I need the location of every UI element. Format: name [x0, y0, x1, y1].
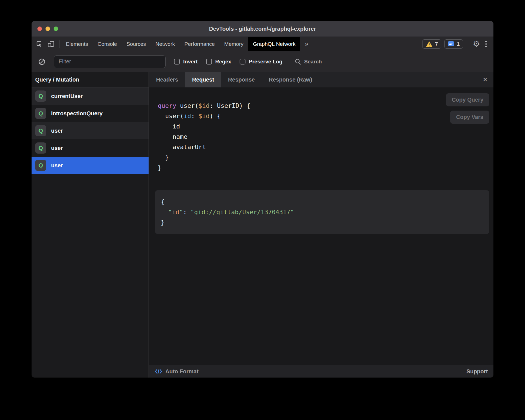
- issues-badge[interactable]: 1: [444, 39, 463, 49]
- query-row-label: user: [51, 128, 63, 134]
- copy-buttons: Copy Query Copy Vars: [446, 93, 489, 124]
- query-row-label: currentUser: [51, 93, 83, 99]
- titlebar: DevTools - gitlab.com/-/graphql-explorer: [32, 21, 493, 37]
- regex-label: Regex: [215, 59, 231, 65]
- search-label: Search: [304, 59, 322, 65]
- settings-gear-icon[interactable]: ⚙: [473, 40, 480, 48]
- query-row-label: IntrospectionQuery: [51, 110, 102, 117]
- query-row-label: user: [51, 162, 63, 169]
- detail-tab-bar: Headers Request Response Response (Raw) …: [149, 72, 493, 87]
- tab-headers[interactable]: Headers: [149, 72, 185, 87]
- toolbar-right-separator: [468, 40, 468, 48]
- maximize-window-button[interactable]: [54, 27, 58, 31]
- tab-response[interactable]: Response: [221, 72, 262, 87]
- tab-performance[interactable]: Performance: [180, 37, 219, 51]
- tab-response-raw[interactable]: Response (Raw): [262, 72, 319, 87]
- copy-query-button[interactable]: Copy Query: [446, 93, 489, 106]
- close-window-button[interactable]: [37, 27, 42, 31]
- query-row-user-2[interactable]: Q user: [32, 139, 149, 157]
- regex-checkbox[interactable]: [206, 59, 212, 65]
- query-type-badge: Q: [35, 90, 46, 102]
- graphql-query-code: query user($id: UserID) { user(id: $id) …: [158, 101, 493, 173]
- inspect-element-icon[interactable]: [36, 40, 43, 48]
- tab-memory[interactable]: Memory: [219, 37, 248, 51]
- tab-console[interactable]: Console: [93, 37, 122, 51]
- filter-input[interactable]: [54, 55, 166, 68]
- warnings-badge[interactable]: 7: [422, 39, 442, 49]
- main-split: Query / Mutation Q currentUser Q Introsp…: [32, 72, 493, 378]
- kebab-menu-icon[interactable]: [483, 41, 489, 47]
- query-row-user-3-selected[interactable]: Q user: [32, 157, 149, 174]
- more-tabs-chevron[interactable]: »: [300, 37, 313, 51]
- invert-checkbox[interactable]: [174, 59, 180, 65]
- tab-sources[interactable]: Sources: [122, 37, 151, 51]
- query-type-badge: Q: [35, 142, 46, 154]
- minimize-window-button[interactable]: [46, 27, 50, 31]
- regex-checkbox-group[interactable]: Regex: [206, 59, 231, 65]
- warning-icon: [426, 41, 433, 47]
- tab-graphql-network[interactable]: GraphQL Network: [248, 37, 300, 51]
- query-list-panel: Query / Mutation Q currentUser Q Introsp…: [32, 72, 149, 378]
- support-link[interactable]: Support: [466, 368, 488, 375]
- toolbar-separator: [59, 40, 59, 48]
- query-row-currentuser[interactable]: Q currentUser: [32, 87, 149, 105]
- search-icon: [295, 58, 301, 65]
- auto-format-label: Auto Format: [165, 368, 199, 375]
- variables-code: { "id": "gid://gitlab/User/13704317"}: [161, 197, 484, 228]
- query-row-label: user: [51, 145, 63, 151]
- main-toolbar: Elements Console Sources Network Perform…: [32, 37, 493, 51]
- detail-panel: Headers Request Response Response (Raw) …: [149, 72, 493, 378]
- filter-bar: Invert Regex Preserve Log Search: [32, 51, 493, 72]
- auto-format-toggle[interactable]: Auto Format: [155, 368, 199, 375]
- traffic-lights: [37, 21, 58, 37]
- query-row-user-1[interactable]: Q user: [32, 122, 149, 139]
- issues-count: 1: [457, 41, 460, 47]
- query-type-badge: Q: [35, 160, 46, 171]
- close-detail-icon[interactable]: ✕: [477, 72, 493, 87]
- devtools-window: DevTools - gitlab.com/-/graphql-explorer: [32, 21, 493, 378]
- code-brackets-icon: [155, 368, 162, 374]
- message-icon: [448, 41, 454, 47]
- invert-checkbox-group[interactable]: Invert: [174, 59, 198, 65]
- query-type-badge: Q: [35, 108, 46, 119]
- query-row-introspectionquery[interactable]: Q IntrospectionQuery: [32, 105, 149, 122]
- screen: DevTools - gitlab.com/-/graphql-explorer: [0, 0, 525, 420]
- tab-elements[interactable]: Elements: [61, 37, 93, 51]
- variables-box: { "id": "gid://gitlab/User/13704317"}: [155, 190, 489, 234]
- search-control[interactable]: Search: [295, 58, 322, 65]
- clear-icon[interactable]: [38, 58, 46, 65]
- preserve-log-checkbox[interactable]: [240, 59, 245, 65]
- toolbar-right: 7 1 ⚙: [422, 37, 493, 51]
- invert-label: Invert: [183, 59, 198, 65]
- detail-footer: Auto Format Support: [149, 365, 493, 378]
- tab-network[interactable]: Network: [151, 37, 180, 51]
- query-list-header: Query / Mutation: [32, 72, 149, 87]
- preserve-log-checkbox-group[interactable]: Preserve Log: [240, 59, 282, 65]
- toolbar-icons: [32, 37, 58, 51]
- copy-vars-button[interactable]: Copy Vars: [450, 111, 489, 124]
- tab-request[interactable]: Request: [185, 72, 221, 87]
- query-type-badge: Q: [35, 125, 46, 136]
- warnings-count: 7: [435, 41, 438, 47]
- window-title: DevTools - gitlab.com/-/graphql-explorer: [209, 26, 316, 32]
- request-content: Copy Query Copy Vars query user($id: Use…: [149, 87, 493, 365]
- device-toolbar-icon[interactable]: [47, 40, 55, 48]
- preserve-log-label: Preserve Log: [249, 59, 282, 65]
